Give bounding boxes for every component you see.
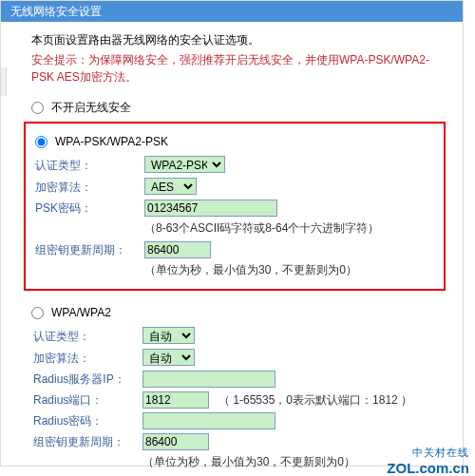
highlight-box-wpa-psk: WPA-PSK/WPA2-PSK 认证类型： WPA2-PSK 加密算法： AE… <box>24 122 446 291</box>
input-radius-ip[interactable] <box>142 371 276 388</box>
row-wpa-wpa2[interactable]: WPA/WPA2 <box>31 300 446 325</box>
row-radius-port: Radius端口： （ 1-65535，0表示默认端口：1812 ） <box>33 390 436 410</box>
note-wpa-group-rekey: （单位为秒，最小值为30，不更新则为0） <box>33 452 436 473</box>
left-strip <box>1 67 7 96</box>
input-psk-group-rekey[interactable] <box>144 241 211 258</box>
row-psk-encrypt-algo: 加密算法： AES <box>35 176 434 198</box>
row-wpa-psk[interactable]: WPA-PSK/WPA2-PSK <box>35 129 434 154</box>
label-wpa-encrypt-algo: 加密算法： <box>33 350 142 367</box>
settings-panel: 无线网络安全设置 本页面设置路由器无线网络的安全认证选项。 安全提示：为保障网络… <box>0 0 464 466</box>
label-group-rekey: 组密钥更新周期： <box>35 241 144 258</box>
row-radius-password: Radius密码： <box>33 410 436 431</box>
radio-wpa-psk[interactable] <box>35 136 48 148</box>
radio-wpa-wpa2-label: WPA/WPA2 <box>51 304 111 321</box>
radio-wpa-wpa2[interactable] <box>31 307 44 319</box>
label-radius-ip: Radius服务器IP： <box>33 371 142 388</box>
note-radius-port: （ 1-65535，0表示默认端口：1812 ） <box>218 391 412 409</box>
row-psk-group-rekey: 组密钥更新周期： <box>35 239 434 260</box>
select-wpa-auth-type[interactable]: 自动 <box>142 327 195 344</box>
row-psk-auth-type: 认证类型： WPA2-PSK <box>35 154 434 176</box>
label-wpa-auth-type: 认证类型： <box>33 328 142 345</box>
input-wpa-group-rekey[interactable] <box>142 433 209 450</box>
radio-wpa-psk-label: WPA-PSK/WPA2-PSK <box>55 133 168 150</box>
label-wpa-group-rekey: 组密钥更新周期： <box>33 433 142 450</box>
label-encrypt-algo: 加密算法： <box>35 179 144 196</box>
row-wpa-group-rekey: 组密钥更新周期： <box>33 431 436 452</box>
radio-disable-security[interactable] <box>31 102 44 114</box>
row-wpa-auth-type: 认证类型： 自动 <box>33 325 436 347</box>
label-radius-port: Radius端口： <box>33 391 142 409</box>
input-radius-password[interactable] <box>142 412 276 429</box>
panel-content: 本页面设置路由器无线网络的安全认证选项。 安全提示：为保障网络安全，强烈推荐开启… <box>1 22 463 476</box>
row-psk-password: PSK密码： <box>35 198 434 219</box>
row-radius-ip: Radius服务器IP： <box>33 369 436 390</box>
label-auth-type: 认证类型： <box>35 157 144 174</box>
panel-title: 无线网络安全设置 <box>1 1 463 22</box>
row-wpa-encrypt-algo: 加密算法： 自动 <box>33 347 436 369</box>
input-radius-port[interactable] <box>142 391 209 409</box>
note-psk-group-rekey: （单位为秒，最小值为30，不更新则为0） <box>35 260 434 281</box>
row-disable-security[interactable]: 不开启无线安全 <box>31 95 446 120</box>
select-psk-encrypt-algo[interactable]: AES <box>144 178 197 195</box>
select-wpa-encrypt-algo[interactable]: 自动 <box>142 349 195 366</box>
security-warning: 安全提示：为保障网络安全，强烈推荐开启无线安全，并使用WPA-PSK/WPA2-… <box>31 51 446 86</box>
label-radius-password: Radius密码： <box>33 412 142 429</box>
label-psk-password: PSK密码： <box>35 200 144 217</box>
select-psk-auth-type[interactable]: WPA2-PSK <box>144 156 225 173</box>
intro-text: 本页面设置路由器无线网络的安全认证选项。 <box>31 31 446 48</box>
note-psk-password: （8-63个ASCII码字符或8-64个十六进制字符） <box>35 219 434 239</box>
input-psk-password[interactable] <box>144 200 277 217</box>
radio-disable-label: 不开启无线安全 <box>51 99 131 116</box>
